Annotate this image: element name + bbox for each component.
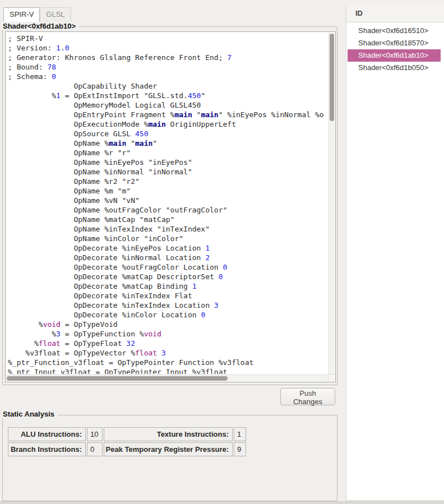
code-editor[interactable]: ; SPIR-V; Version: 1.0; Generator: Khron… bbox=[5, 31, 336, 382]
code-line: OpName %inEyePos "inEyePos" bbox=[8, 158, 329, 167]
tab-glsl[interactable]: GLSL bbox=[40, 7, 71, 21]
tab-spirv[interactable]: SPIR-V bbox=[3, 7, 40, 22]
code-line: OpName %main "main" bbox=[8, 138, 329, 148]
static-analysis-title: Static Analysis bbox=[0, 410, 58, 418]
code-line: OpDecorate %inTexIndex Flat bbox=[8, 291, 329, 300]
shader-list-item[interactable]: Shader<0xf6d16510> bbox=[348, 25, 441, 37]
code-area[interactable]: ; SPIR-V; Version: 1.0; Generator: Khron… bbox=[6, 33, 329, 374]
stat-label: Branch Instructions: bbox=[8, 442, 86, 456]
code-line: %1 = OpExtInstImport "GLSL.std.450" bbox=[8, 91, 329, 100]
shader-groupbox-title: Shader<0xf6d1ab10> bbox=[0, 22, 79, 30]
shader-list-item[interactable]: Shader<0xf6d18570> bbox=[348, 37, 441, 49]
id-panel-header: ID bbox=[346, 4, 444, 22]
shader-list: Shader<0xf6d16510>Shader<0xf6d18570>Shad… bbox=[346, 22, 444, 74]
code-line: %v3float = OpTypeVector %float 3 bbox=[8, 348, 329, 358]
code-line: OpName %inNormal "inNormal" bbox=[8, 167, 329, 177]
code-line: OpName %inColor "inColor" bbox=[8, 234, 329, 243]
horizontal-scrollbar-thumb[interactable] bbox=[7, 376, 228, 381]
code-line: OpDecorate %inNormal Location 2 bbox=[8, 253, 329, 262]
code-line: ; Version: 1.0 bbox=[8, 43, 329, 53]
code-line: ; Bound: 78 bbox=[8, 62, 329, 72]
code-line: OpDecorate %inColor Location 0 bbox=[8, 310, 329, 320]
id-panel: ID Shader<0xf6d16510>Shader<0xf6d18570>S… bbox=[346, 4, 444, 501]
code-line: OpName %r "r" bbox=[8, 148, 329, 158]
scrollbar-corner bbox=[328, 374, 335, 381]
static-analysis-table: ALU Instructions:10Texture Instructions:… bbox=[8, 427, 246, 456]
id-header-label: ID bbox=[355, 9, 363, 17]
code-line: OpDecorate %matCap Binding 1 bbox=[8, 281, 329, 291]
code-line: %_ptr_Function_v3float = OpTypePointer F… bbox=[8, 358, 329, 367]
vertical-scrollbar-thumb[interactable] bbox=[330, 34, 334, 121]
code-line: OpName %r2 "r2" bbox=[8, 177, 329, 186]
horizontal-scrollbar[interactable] bbox=[6, 374, 328, 381]
code-line: OpCapability Shader bbox=[8, 81, 329, 91]
stat-label: ALU Instructions: bbox=[8, 427, 86, 441]
push-changes-button[interactable]: Push Changes bbox=[280, 388, 335, 405]
code-line: OpDecorate %matCap DescriptorSet 0 bbox=[8, 272, 329, 281]
code-line: OpDecorate %inEyePos Location 1 bbox=[8, 243, 329, 253]
code-line: OpName %matCap "matCap" bbox=[8, 215, 329, 224]
shader-list-item[interactable]: Shader<0xf6d1b050> bbox=[348, 62, 441, 74]
stat-value: 10 bbox=[87, 427, 103, 441]
code-line: ; Schema: 0 bbox=[8, 72, 329, 81]
code-line: OpName %outFragColor "outFragColor" bbox=[8, 205, 329, 215]
code-line: OpName %m "m" bbox=[8, 186, 329, 196]
stat-value: 9 bbox=[234, 442, 246, 456]
stat-label: Texture Instructions: bbox=[104, 427, 233, 441]
code-line: OpExecutionMode %main OriginUpperLeft bbox=[8, 119, 329, 129]
stat-value: 1 bbox=[234, 427, 246, 441]
code-line: OpName %vN "vN" bbox=[8, 196, 329, 205]
shader-view-tabs: SPIR-V GLSL bbox=[3, 7, 71, 21]
bottom-edge-strip bbox=[0, 501, 444, 504]
vertical-scrollbar[interactable] bbox=[329, 33, 335, 374]
code-line: OpDecorate %outFragColor Location 0 bbox=[8, 262, 329, 272]
code-line: %float = OpTypeFloat 32 bbox=[8, 339, 329, 348]
app-window: SPIR-V GLSL Shader<0xf6d1ab10> ; SPIR-V;… bbox=[0, 0, 444, 504]
code-line: %void = OpTypeVoid bbox=[8, 320, 329, 329]
code-line: %3 = OpTypeFunction %void bbox=[8, 329, 329, 339]
code-line: %_ptr_Input_v3float = OpTypePointer Inpu… bbox=[8, 367, 329, 374]
code-line: OpEntryPoint Fragment %main "main" %inEy… bbox=[8, 110, 329, 119]
code-line: ; SPIR-V bbox=[8, 34, 329, 43]
code-line: ; Generator: Khronos Glslang Reference F… bbox=[8, 53, 329, 62]
stat-value: 0 bbox=[87, 442, 103, 456]
shader-list-item[interactable]: Shader<0xf6d1ab10> bbox=[348, 49, 441, 62]
stat-label: Peak Temporary Register Pressure: bbox=[104, 442, 233, 456]
code-line: OpName %inTexIndex "inTexIndex" bbox=[8, 224, 329, 234]
code-line: OpDecorate %inTexIndex Location 3 bbox=[8, 300, 329, 310]
code-line: OpSource GLSL 450 bbox=[8, 129, 329, 138]
code-line: OpMemoryModel Logical GLSL450 bbox=[8, 100, 329, 110]
